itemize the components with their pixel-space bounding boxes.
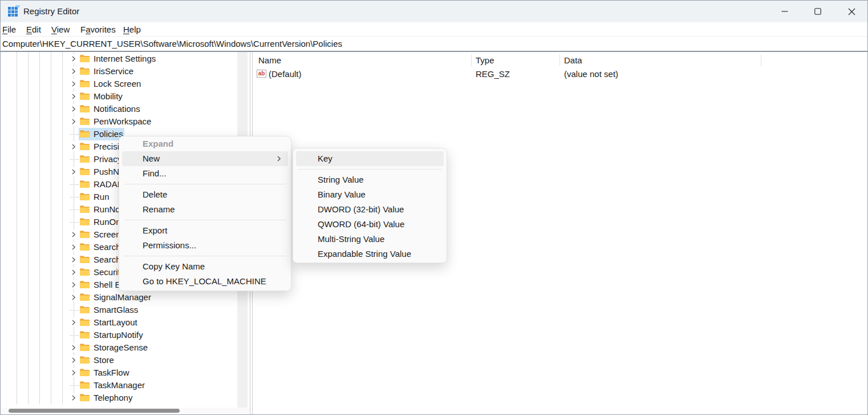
- expand-chevron-icon[interactable]: [69, 368, 78, 377]
- expand-chevron-icon[interactable]: [69, 104, 78, 114]
- tree-item-startlayout[interactable]: StartLayout: [1, 316, 250, 329]
- folder-icon: [80, 381, 90, 389]
- context-menu-item-copy-key-name[interactable]: Copy Key Name: [119, 259, 291, 274]
- tree-connector: [70, 197, 79, 198]
- expand-chevron-icon[interactable]: [69, 167, 78, 176]
- menubar-item-view[interactable]: View: [51, 22, 70, 37]
- minimize-icon: [781, 8, 788, 15]
- expand-chevron-icon[interactable]: [69, 54, 78, 63]
- maximize-button[interactable]: [805, 1, 831, 22]
- tree-item-telephony[interactable]: Telephony: [1, 392, 250, 404]
- close-icon: [848, 8, 855, 15]
- expand-chevron-icon[interactable]: [69, 255, 78, 264]
- submenu-item-binary-value[interactable]: Binary Value: [293, 187, 447, 202]
- folder-icon: [80, 54, 90, 63]
- expand-chevron-icon[interactable]: [69, 67, 78, 76]
- tree-item-label: Search: [94, 253, 121, 266]
- tree-item-store[interactable]: Store: [1, 354, 250, 366]
- tree-connector: [70, 222, 79, 223]
- tree-item-signalmanager[interactable]: SignalManager: [1, 291, 250, 304]
- tree-item-label: Store: [94, 354, 114, 366]
- tree-item-storagesense[interactable]: StorageSense: [1, 341, 250, 354]
- context-menu-item-find[interactable]: Find...: [119, 166, 291, 181]
- folder-icon: [80, 205, 90, 213]
- horizontal-scrollbar-thumb[interactable]: [9, 409, 180, 413]
- expand-chevron-icon[interactable]: [69, 268, 78, 277]
- tree-horizontal-scrollbar[interactable]: [1, 408, 250, 414]
- tree-item-label: SignalManager: [94, 291, 151, 304]
- folder-icon: [80, 318, 90, 327]
- folder-icon: [80, 192, 90, 201]
- expand-chevron-icon[interactable]: [69, 243, 78, 252]
- minimize-button[interactable]: [772, 1, 798, 22]
- tree-item-taskflow[interactable]: TaskFlow: [1, 366, 250, 379]
- folder-icon: [80, 293, 90, 301]
- context-menu-item-expand: Expand: [119, 136, 291, 151]
- new-submenu: KeyString ValueBinary ValueDWORD (32-bit…: [293, 148, 447, 263]
- context-menu-item-go-to-hkey-local-machine[interactable]: Go to HKEY_LOCAL_MACHINE: [119, 274, 291, 289]
- expand-chevron-icon[interactable]: [69, 230, 78, 239]
- column-header-data[interactable]: Data: [564, 53, 582, 68]
- tree-item-taskmanager[interactable]: TaskManager: [1, 379, 250, 392]
- menubar-item-edit[interactable]: Edit: [26, 22, 41, 37]
- expand-chevron-icon[interactable]: [69, 356, 78, 365]
- submenu-item-expandable-string-value[interactable]: Expandable String Value: [293, 247, 447, 261]
- folder-icon: [80, 255, 90, 264]
- expand-chevron-icon[interactable]: [69, 293, 78, 302]
- column-separator[interactable]: [559, 54, 560, 66]
- tree-item-label: SmartGlass: [94, 304, 138, 316]
- tree-connector: [70, 159, 79, 160]
- tree-item-internet-settings[interactable]: Internet Settings: [1, 53, 250, 65]
- column-separator[interactable]: [761, 54, 761, 66]
- menubar-item-help[interactable]: Help: [123, 22, 141, 37]
- value-data: (value not set): [564, 68, 618, 80]
- context-menu-item-permissions[interactable]: Permissions...: [119, 238, 291, 253]
- folder-icon: [80, 343, 90, 352]
- tree-item-label: Search: [94, 241, 121, 253]
- menubar: FileEditViewFavoritesHelp: [1, 22, 867, 37]
- column-header-name[interactable]: Name: [258, 53, 281, 68]
- expand-chevron-icon[interactable]: [69, 318, 78, 327]
- tree-item-notifications[interactable]: Notifications: [1, 103, 250, 115]
- submenu-item-dword-32-bit-value[interactable]: DWORD (32-bit) Value: [293, 202, 447, 217]
- column-header-type[interactable]: Type: [476, 53, 494, 68]
- tree-item-lock-screen[interactable]: Lock Screen: [1, 78, 250, 90]
- context-menu-item-delete[interactable]: Delete: [119, 187, 291, 202]
- submenu-item-qword-64-bit-value[interactable]: QWORD (64-bit) Value: [293, 217, 447, 232]
- tree-item-penworkspace[interactable]: PenWorkspace: [1, 115, 250, 128]
- value-name: (Default): [269, 68, 302, 80]
- tree-connector: [70, 184, 79, 185]
- folder-icon: [80, 167, 90, 176]
- menubar-item-favorites[interactable]: Favorites: [80, 22, 116, 37]
- tree-item-label: Mobility: [94, 90, 123, 103]
- column-separator[interactable]: [471, 54, 472, 66]
- folder-icon: [80, 79, 90, 88]
- tree-item-startupnotify[interactable]: StartupNotify: [1, 329, 250, 341]
- submenu-item-string-value[interactable]: String Value: [293, 172, 447, 187]
- registry-editor-app-icon: [7, 5, 20, 18]
- address-bar[interactable]: Computer\HKEY_CURRENT_USER\Software\Micr…: [1, 37, 867, 51]
- close-button[interactable]: [838, 1, 865, 22]
- tree-item-irisservice[interactable]: IrisService: [1, 65, 250, 78]
- expand-chevron-icon[interactable]: [69, 343, 78, 352]
- context-menu-item-rename[interactable]: Rename: [119, 202, 291, 217]
- expand-chevron-icon[interactable]: [69, 92, 78, 101]
- context-menu-item-new[interactable]: New: [122, 151, 288, 166]
- expand-chevron-icon[interactable]: [69, 142, 78, 151]
- tree-connector: [70, 134, 79, 135]
- folder-icon: [80, 268, 90, 276]
- expand-chevron-icon[interactable]: [69, 280, 78, 289]
- menubar-item-file[interactable]: File: [2, 22, 16, 37]
- expand-chevron-icon[interactable]: [69, 393, 78, 402]
- maximize-icon: [814, 8, 821, 15]
- tree-item-mobility[interactable]: Mobility: [1, 90, 250, 103]
- submenu-item-multi-string-value[interactable]: Multi-String Value: [293, 232, 447, 247]
- expand-chevron-icon[interactable]: [69, 117, 78, 126]
- expand-chevron-icon[interactable]: [69, 79, 78, 88]
- folder-icon: [80, 104, 90, 113]
- tree-item-smartglass[interactable]: SmartGlass: [1, 304, 250, 316]
- tree-item-label: RunOn: [94, 216, 121, 228]
- submenu-item-key[interactable]: Key: [296, 151, 444, 166]
- titlebar[interactable]: Registry Editor: [1, 1, 867, 22]
- context-menu-item-export[interactable]: Export: [119, 223, 291, 238]
